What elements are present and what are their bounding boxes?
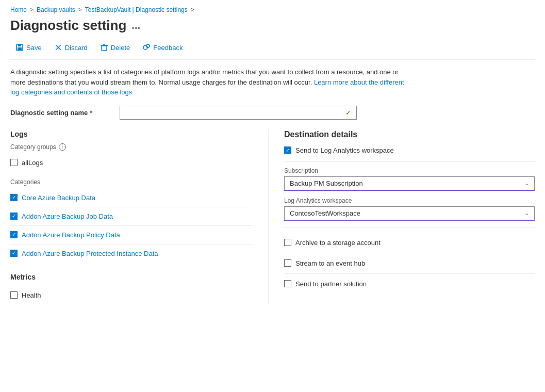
divider-2: [284, 227, 535, 227]
breadcrumb-vault-settings[interactable]: TestBackupVault | Diagnostic settings: [85, 6, 188, 13]
delete-button[interactable]: Delete: [95, 41, 136, 54]
subscription-dropdown[interactable]: Backup PM Subscription ⌄: [284, 176, 535, 191]
save-icon: [15, 43, 24, 52]
category-checkbox-2[interactable]: [10, 231, 18, 238]
category-row-3[interactable]: Addon Azure Backup Protected Instance Da…: [10, 244, 253, 263]
stream-event-hub-checkbox[interactable]: [284, 259, 291, 267]
feedback-icon: [142, 43, 151, 52]
partner-solution-label: Send to partner solution: [295, 280, 367, 288]
send-to-log-analytics-row[interactable]: Send to Log Analytics workspace: [284, 146, 535, 154]
diagnostic-name-label: Diagnostic setting name *: [10, 109, 113, 117]
category-label-2: Addon Azure Backup Policy Data: [22, 231, 120, 239]
category-label-3: Addon Azure Backup Protected Instance Da…: [22, 250, 158, 257]
category-checkbox-3[interactable]: [10, 250, 18, 257]
required-indicator: *: [90, 109, 92, 117]
metrics-section-title: Metrics: [10, 273, 253, 281]
stream-event-hub-row[interactable]: Stream to an event hub: [284, 253, 535, 274]
archive-storage-label: Archive to a storage account: [295, 239, 381, 247]
feedback-label: Feedback: [153, 44, 183, 52]
subscription-value: Backup PM Subscription: [290, 179, 363, 187]
save-label: Save: [26, 44, 42, 52]
destination-title: Destination details: [284, 130, 535, 139]
log-analytics-label: Log Analytics workspace: [284, 197, 535, 204]
send-to-log-analytics-checkbox[interactable]: [284, 146, 291, 154]
subscription-label: Subscription: [284, 167, 535, 174]
delete-icon: [100, 43, 108, 52]
discard-label: Discard: [65, 44, 88, 52]
category-checkbox-1[interactable]: [10, 213, 18, 220]
category-groups-label: Category groups i: [10, 143, 253, 151]
check-icon: ✓: [345, 109, 351, 117]
archive-storage-checkbox[interactable]: [284, 239, 291, 246]
health-checkbox[interactable]: [10, 291, 18, 299]
diagnostic-name-input-wrapper: testbackupvaultsetting ✓: [120, 106, 357, 120]
page-title-container: Diagnostic setting ...: [10, 18, 535, 34]
allLogs-checkbox[interactable]: [10, 159, 18, 166]
svg-rect-1: [18, 44, 21, 46]
log-analytics-chevron-icon: ⌄: [524, 210, 529, 217]
log-analytics-field: Log Analytics workspace ContosoTestWorks…: [284, 197, 535, 221]
category-checkbox-0[interactable]: [10, 194, 18, 201]
svg-rect-2: [18, 47, 22, 50]
subscription-field: Subscription Backup PM Subscription ⌄: [284, 167, 535, 191]
save-button[interactable]: Save: [10, 41, 47, 54]
subscription-chevron-icon: ⌄: [524, 180, 529, 187]
partner-solution-checkbox[interactable]: [284, 280, 291, 287]
breadcrumb-backup-vaults[interactable]: Backup vaults: [37, 6, 75, 13]
main-layout: Logs Category groups i allLogs Categorie…: [10, 130, 535, 304]
categories-section: Categories Core Azure Backup Data Addon …: [10, 178, 253, 263]
allLogs-label: allLogs: [22, 159, 43, 167]
breadcrumb: Home > Backup vaults > TestBackupVault |…: [10, 6, 535, 13]
delete-label: Delete: [111, 44, 130, 52]
log-analytics-value: ContosoTestWorkspace: [290, 209, 360, 217]
send-to-log-analytics-label: Send to Log Analytics workspace: [295, 146, 394, 154]
category-row-0[interactable]: Core Azure Backup Data: [10, 189, 253, 207]
page-title-dots[interactable]: ...: [131, 20, 140, 31]
health-row[interactable]: Health: [10, 286, 253, 304]
info-icon[interactable]: i: [59, 143, 66, 151]
right-panel: Destination details Send to Log Analytic…: [268, 130, 535, 304]
svg-rect-5: [102, 46, 107, 51]
discard-button[interactable]: Discard: [49, 41, 93, 54]
breadcrumb-home[interactable]: Home: [10, 6, 27, 13]
log-analytics-dropdown[interactable]: ContosoTestWorkspace ⌄: [284, 206, 535, 221]
discard-icon: [54, 43, 62, 52]
archive-storage-row[interactable]: Archive to a storage account: [284, 233, 535, 253]
feedback-button[interactable]: Feedback: [137, 41, 188, 54]
divider-1: [284, 161, 535, 162]
category-label-1: Addon Azure Backup Job Data: [22, 213, 113, 220]
allLogs-row[interactable]: allLogs: [10, 155, 253, 171]
metrics-section: Metrics Health: [10, 273, 253, 304]
partner-solution-row[interactable]: Send to partner solution: [284, 274, 535, 294]
health-label: Health: [22, 291, 41, 299]
toolbar: Save Discard Delete Feedback: [10, 41, 535, 60]
description: A diagnostic setting specifies a list of…: [10, 67, 412, 97]
category-row-2[interactable]: Addon Azure Backup Policy Data: [10, 226, 253, 244]
page-title: Diagnostic setting: [10, 18, 126, 34]
diagnostic-name-row: Diagnostic setting name * testbackupvaul…: [10, 106, 535, 120]
category-row-1[interactable]: Addon Azure Backup Job Data: [10, 207, 253, 226]
diagnostic-name-input[interactable]: testbackupvaultsetting: [125, 109, 345, 117]
left-panel: Logs Category groups i allLogs Categorie…: [10, 130, 268, 304]
categories-title: Categories: [10, 178, 253, 186]
category-label-0: Core Azure Backup Data: [22, 194, 95, 202]
logs-section-title: Logs: [10, 130, 253, 138]
stream-event-hub-label: Stream to an event hub: [295, 259, 365, 267]
